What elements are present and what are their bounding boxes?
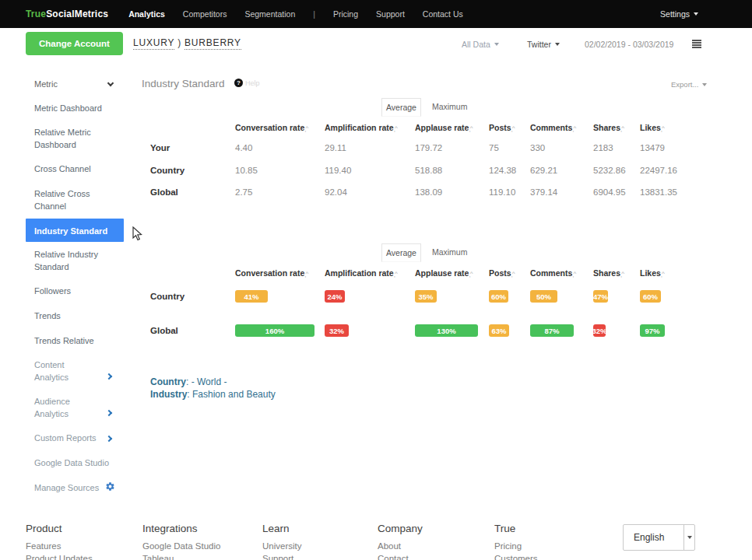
footer-link[interactable]: Pricing xyxy=(494,541,538,553)
sort-icon xyxy=(572,124,575,133)
col-posts[interactable]: Posts xyxy=(489,268,530,278)
col-amplification-rate[interactable]: Amplification rate xyxy=(325,268,415,278)
breadcrumb[interactable]: LUXURY)BURBERRY xyxy=(133,37,241,48)
sort-icon xyxy=(469,270,472,278)
sort-icon xyxy=(661,124,664,133)
footer-link[interactable]: About xyxy=(378,541,423,553)
sort-icon xyxy=(661,270,664,278)
footer-link[interactable]: Contact xyxy=(378,553,423,560)
settings-menu[interactable]: Settings xyxy=(660,9,698,19)
footer-link[interactable]: Product Updates xyxy=(26,553,93,560)
breadcrumb-parent[interactable]: LUXURY xyxy=(133,37,174,50)
col-applause-rate[interactable]: Applause rate xyxy=(415,123,489,132)
col-comments[interactable]: Comments xyxy=(530,123,593,132)
col-applause-rate[interactable]: Applause rate xyxy=(415,268,489,278)
table1-tabs: Average Maximum xyxy=(381,98,471,117)
gear-icon[interactable] xyxy=(105,481,115,492)
col-conversation-rate[interactable]: Conversation rate xyxy=(235,123,325,132)
nav-competitors[interactable]: Competitors xyxy=(183,9,227,19)
sort-icon xyxy=(511,270,515,278)
tab-average[interactable]: Average xyxy=(381,98,421,117)
help-button[interactable]: ?Help xyxy=(234,79,260,87)
sidebar-item-trends-relative[interactable]: Trends Relative xyxy=(34,335,118,348)
country-filter-label: Country xyxy=(150,376,186,387)
sidebar-item-google-data-studio[interactable]: Google Data Studio xyxy=(34,457,118,470)
percent-badge: 87% xyxy=(530,324,574,337)
sort-icon xyxy=(394,270,397,278)
footer-col-product: Product Features Product Updates xyxy=(26,523,93,560)
sidebar-item-trends[interactable]: Trends xyxy=(34,310,118,323)
percent-badge: 35% xyxy=(415,290,437,303)
nav-pricing[interactable]: Pricing xyxy=(333,9,358,19)
sort-icon xyxy=(620,124,624,133)
language-dropdown-button[interactable] xyxy=(683,525,694,550)
col-likes[interactable]: Likes xyxy=(640,268,702,278)
percent-badge: 63% xyxy=(489,324,509,337)
nav-support[interactable]: Support xyxy=(376,9,405,19)
sort-icon xyxy=(304,124,307,133)
sort-icon xyxy=(304,270,307,278)
footer-col-integrations: Integrations Google Data Studio Tableau xyxy=(142,523,220,560)
tab-maximum[interactable]: Maximum xyxy=(428,243,472,262)
footer-link[interactable]: Customers xyxy=(494,553,538,560)
table2-tabs: Average Maximum xyxy=(381,243,471,262)
breadcrumb-current[interactable]: BURBERRY xyxy=(184,37,241,50)
nav-contact-us[interactable]: Contact Us xyxy=(423,9,463,19)
sidebar-item-relative-cross-channel[interactable]: Relative Cross Channel xyxy=(34,188,111,212)
percent-badge: 41% xyxy=(235,290,268,303)
logo-prefix: True xyxy=(26,9,46,19)
sidebar-metric-header[interactable]: Metric xyxy=(34,79,124,89)
footer-heading: True xyxy=(494,523,538,534)
sidebar-item-relative-metric-dashboard[interactable]: Relative Metric Dashboard xyxy=(34,127,111,151)
nav-segmentation[interactable]: Segmentation xyxy=(244,9,295,19)
footer-link[interactable]: Google Data Studio xyxy=(142,541,220,553)
col-posts[interactable]: Posts xyxy=(489,123,530,132)
language-select[interactable]: English xyxy=(623,524,695,551)
tab-average[interactable]: Average xyxy=(381,243,421,262)
chevron-right-icon[interactable] xyxy=(106,410,112,416)
footer-link[interactable]: Features xyxy=(26,541,93,553)
all-data-dropdown[interactable]: All Data xyxy=(462,40,499,49)
date-range[interactable]: 02/02/2019 - 03/03/2019 xyxy=(585,40,673,49)
tab-maximum[interactable]: Maximum xyxy=(428,98,472,117)
chevron-down-icon xyxy=(687,536,692,539)
change-account-button[interactable]: Change Account xyxy=(26,32,123,55)
language-value: English xyxy=(624,532,683,543)
percent-badge: 97% xyxy=(640,324,665,337)
percent-badge: 24% xyxy=(325,290,345,303)
logo-suffix: SocialMetrics xyxy=(46,9,108,19)
footer-link[interactable]: University xyxy=(262,541,301,553)
table-row: Country 10.85 119.40 518.88 124.38 629.2… xyxy=(150,166,702,175)
sidebar-item-followers[interactable]: Followers xyxy=(34,285,118,298)
sidebar-item-cross-channel[interactable]: Cross Channel xyxy=(34,163,118,176)
chevron-down-icon xyxy=(494,43,499,46)
sidebar-item-industry-standard[interactable]: Industry Standard xyxy=(26,219,124,242)
industry-filter-value[interactable]: Fashion and Beauty xyxy=(192,389,276,400)
sidebar-item-audience-analytics[interactable]: Audience Analytics xyxy=(34,396,77,420)
footer-link[interactable]: Support xyxy=(262,553,301,560)
sort-icon xyxy=(620,270,624,278)
sidebar: Metric Metric Dashboard Relative Metric … xyxy=(26,70,124,506)
sidebar-item-metric-dashboard[interactable]: Metric Dashboard xyxy=(34,103,118,115)
chevron-right-icon[interactable] xyxy=(106,373,112,380)
sidebar-item-content-analytics[interactable]: Content Analytics xyxy=(34,359,77,383)
col-shares[interactable]: Shares xyxy=(593,268,640,278)
top-nav: Analytics Competitors Segmentation | Pri… xyxy=(128,9,481,19)
col-likes[interactable]: Likes xyxy=(640,123,702,132)
nav-analytics[interactable]: Analytics xyxy=(128,9,165,19)
col-conversation-rate[interactable]: Conversation rate xyxy=(235,268,325,278)
calendar-icon[interactable] xyxy=(692,40,701,48)
col-comments[interactable]: Comments xyxy=(530,268,593,278)
percent-badge: 60% xyxy=(640,290,661,303)
country-filter-value[interactable]: - World - xyxy=(192,376,227,387)
network-dropdown[interactable]: Twitter xyxy=(527,40,560,49)
sidebar-item-relative-industry-standard[interactable]: Relative Industry Standard xyxy=(34,249,111,273)
col-amplification-rate[interactable]: Amplification rate xyxy=(325,123,415,132)
footer-link[interactable]: Tableau xyxy=(142,553,220,560)
chevron-down-icon xyxy=(694,12,698,16)
col-shares[interactable]: Shares xyxy=(593,123,640,132)
export-dropdown[interactable]: Export... xyxy=(671,80,707,89)
chevron-down-icon xyxy=(702,83,707,86)
table-row: Country 41% 24% 35% 60% 50% 47% 60% xyxy=(150,290,702,303)
logo[interactable]: TrueSocialMetrics xyxy=(26,9,108,19)
